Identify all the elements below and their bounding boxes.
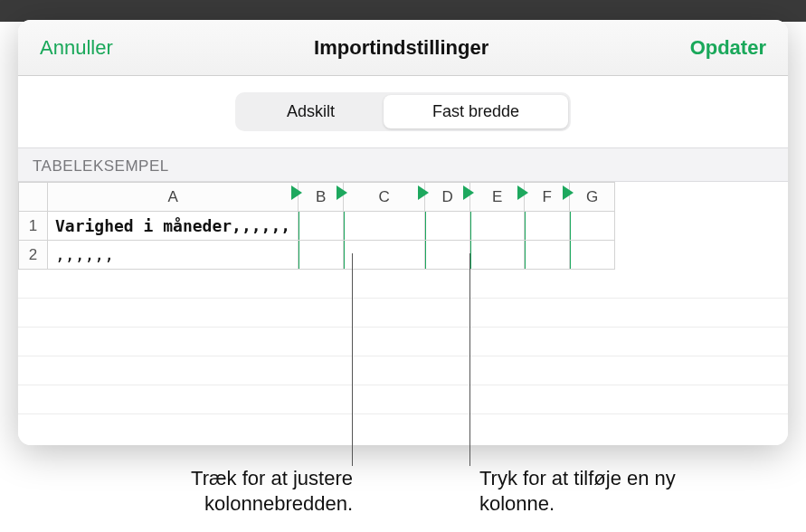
column-header-e[interactable]: E: [470, 183, 525, 212]
column-header-label: B: [316, 188, 326, 205]
column-header-label: G: [586, 188, 598, 205]
column-divider: [344, 241, 345, 269]
table-cell[interactable]: ,,,,,,: [48, 241, 299, 270]
column-header-label: F: [542, 188, 551, 205]
column-divider: [299, 241, 299, 269]
table-cell[interactable]: [425, 241, 470, 270]
column-resize-handle[interactable]: [517, 185, 528, 200]
column-divider: [470, 212, 471, 240]
table-cell[interactable]: Varighed i måneder,,,,,,: [48, 212, 299, 241]
column-resize-handle[interactable]: [291, 185, 302, 200]
cancel-button[interactable]: Annuller: [40, 36, 113, 60]
callout-text-left: Træk for at justere kolonnebredden.: [109, 466, 353, 516]
column-divider: [570, 212, 571, 240]
table-cell[interactable]: [425, 212, 470, 241]
column-header-label: A: [167, 188, 177, 205]
table-cell[interactable]: [570, 241, 615, 270]
table-preview[interactable]: ABCDEFG1Varighed i måneder,,,,,,2,,,,,,: [18, 182, 788, 445]
column-header-c[interactable]: C: [344, 183, 425, 212]
row-number[interactable]: 2: [19, 241, 48, 270]
empty-rows: [18, 270, 788, 414]
column-header-label: C: [378, 188, 389, 205]
column-resize-handle[interactable]: [463, 185, 474, 200]
table-cell[interactable]: [570, 212, 615, 241]
column-divider: [425, 212, 426, 240]
column-resize-handle[interactable]: [563, 185, 574, 200]
column-header-label: D: [441, 188, 452, 205]
column-divider: [570, 241, 571, 269]
column-divider: [525, 241, 526, 269]
column-header-g[interactable]: G: [570, 183, 615, 212]
table-cell[interactable]: [525, 212, 570, 241]
table-preview-header: TABELEKSEMPEL: [18, 147, 788, 182]
update-button[interactable]: Opdater: [690, 36, 766, 60]
column-divider: [470, 241, 471, 269]
table-cell[interactable]: [470, 212, 525, 241]
column-divider: [344, 212, 345, 240]
table-cell[interactable]: [299, 212, 344, 241]
import-settings-modal: Annuller Importindstillinger Opdater Ads…: [18, 20, 788, 445]
table-cell[interactable]: [344, 241, 425, 270]
column-resize-handle[interactable]: [337, 185, 347, 200]
column-divider: [525, 212, 526, 240]
corner-cell: [19, 183, 48, 212]
modal-title: Importindstillinger: [314, 36, 488, 60]
callout-text-right: Tryk for at tilføje en ny kolonne.: [479, 466, 697, 516]
table-cell[interactable]: [344, 212, 425, 241]
column-divider: [425, 241, 426, 269]
segment-row: Adskilt Fast bredde: [18, 76, 788, 147]
column-divider: [299, 212, 299, 240]
segmented-control: Adskilt Fast bredde: [235, 92, 571, 131]
titlebar: Annuller Importindstillinger Opdater: [18, 20, 788, 76]
column-header-label: E: [492, 188, 502, 205]
row-number[interactable]: 1: [19, 212, 48, 241]
segment-fixed-width[interactable]: Fast bredde: [384, 95, 568, 128]
backdrop: [0, 0, 806, 22]
column-header-a[interactable]: A: [48, 183, 299, 212]
segment-delimited[interactable]: Adskilt: [238, 95, 384, 128]
table-cell[interactable]: [299, 241, 344, 270]
table-cell[interactable]: [525, 241, 570, 270]
callouts: Træk for at justere kolonnebredden. Tryk…: [0, 443, 806, 532]
column-resize-handle[interactable]: [418, 185, 429, 200]
table-cell[interactable]: [470, 241, 525, 270]
